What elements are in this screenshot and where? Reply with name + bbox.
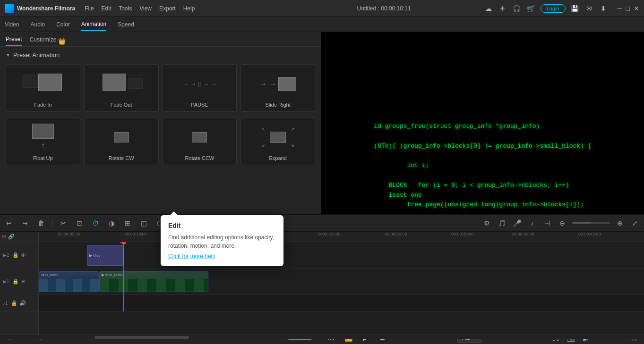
track-clip-1b[interactable]: ▶ MVI_0069 — [99, 271, 208, 292]
timeline-toolbar: ↩ ↪ 🗑 ✂ ⊡ ⏱ ◑ ⊞ ◫ ⬡ ≡ ≋ ⚙ 🎵 🎤 ♪ ⊣ ⊖ ⊕ ⤢ — [0, 215, 644, 232]
track-1a-lock[interactable]: 🔒 — [11, 300, 17, 306]
crop-button[interactable]: ⊡ — [74, 218, 85, 228]
track-1v-num: ▶1 — [3, 279, 9, 284]
animation-card-rotate-ccw[interactable]: ↺ Rotate CCW — [163, 117, 237, 165]
sub-tab-customize[interactable]: Customize — [30, 36, 57, 46]
animation-card-slide-right[interactable]: → → Slide Right — [240, 64, 315, 112]
premium-crown-icon: 👑 — [58, 38, 66, 45]
animation-card-pause[interactable]: → → || → → PAUSE — [163, 64, 237, 112]
tab-color[interactable]: Color — [56, 18, 70, 31]
animation-card-fade-in[interactable]: Fade In — [6, 64, 80, 112]
playhead-top — [121, 242, 126, 244]
toolbar-separator-1 — [52, 219, 52, 227]
sun-icon[interactable]: ☀ — [498, 4, 507, 13]
plus-icon[interactable]: ⊕ — [615, 218, 625, 228]
save-icon[interactable]: 💾 — [570, 4, 580, 13]
menu-file[interactable]: File — [85, 5, 94, 12]
track-label-1-audio: ♪1 🔒 🔊 — [0, 295, 38, 312]
track-1v-eye[interactable]: 👁 — [21, 279, 26, 285]
animation-card-fade-out[interactable]: Fade Out — [84, 64, 159, 112]
zoom-slider[interactable] — [572, 222, 610, 224]
menu-view[interactable]: View — [139, 5, 152, 12]
tab-audio[interactable]: Audio — [30, 18, 45, 31]
sub-tab-preset[interactable]: Preset — [6, 36, 22, 46]
cut-button[interactable]: ✂ — [58, 218, 69, 228]
maximize-button[interactable]: □ — [626, 5, 630, 12]
timeline-content: ⊞ 🔗 ▶2 🔒 👁 ▶1 🔒 👁 ♪1 🔒 🔊 — [0, 232, 644, 335]
redo-button[interactable]: ↪ — [20, 218, 30, 228]
split-icon[interactable]: ⊣ — [542, 218, 552, 228]
ruler-spacer: ⊞ 🔗 — [0, 232, 38, 242]
h-scrollbar-thumb[interactable] — [94, 336, 189, 339]
login-button[interactable]: Login — [541, 4, 566, 13]
timeline-ruler: 00:00:05:00 00:00:10:00 00:00:15:00 00:0… — [39, 232, 644, 242]
ruler-mark-5: 00:00:05:00 — [58, 232, 80, 236]
titlebar: Wondershare Filmora File Edit Tools View… — [0, 0, 644, 17]
tooltip-link[interactable]: Click for more help — [168, 253, 215, 260]
expand-timeline-icon[interactable]: ⤢ — [630, 218, 640, 228]
float-up-thumb: ↑ — [19, 122, 67, 152]
tab-animation[interactable]: Animation — [81, 18, 106, 31]
timer-button[interactable]: ⏱ — [90, 218, 101, 228]
logo-icon — [5, 4, 14, 13]
clip-2-label: V.co — [93, 253, 100, 258]
animation-card-float-up[interactable]: ↑ Float Up — [6, 117, 80, 165]
fade-out-thumb — [98, 68, 145, 99]
headset-icon[interactable]: 🎧 — [512, 4, 522, 13]
fade-in-label: Fade In — [34, 102, 52, 108]
track-row-2: ▶ V.co ✂ — [39, 242, 644, 268]
expand-thumb: ↖ ↗ ↙ ↘ — [254, 122, 301, 152]
animation-grid-row1: Fade In Fade Out → — [6, 64, 315, 112]
effect-button[interactable]: ◑ — [106, 218, 117, 228]
track-label-2: ▶2 🔒 👁 — [0, 242, 38, 268]
track-2-lock[interactable]: 🔒 — [12, 252, 19, 258]
menu-bar: File Edit Tools View Export Help — [85, 5, 284, 12]
tab-video[interactable]: Video — [5, 18, 19, 31]
minus-icon[interactable]: ⊖ — [557, 218, 567, 228]
audio-wave-icon[interactable]: 🎵 — [497, 218, 507, 228]
track-2-eye[interactable]: 👁 — [21, 252, 26, 258]
cart-icon[interactable]: 🛒 — [526, 4, 536, 13]
track-1v-lock[interactable]: 🔒 — [12, 278, 19, 285]
chevron-down-icon[interactable]: ▼ — [6, 52, 10, 58]
menu-tools[interactable]: Tools — [119, 5, 132, 12]
mail-icon[interactable]: ✉ — [584, 4, 594, 13]
toolbar-right: ⚙ 🎵 🎤 ♪ ⊣ ⊖ ⊕ ⤢ — [481, 218, 640, 228]
tooltip-popup: Edit Find additional editing options lik… — [161, 215, 283, 266]
slide-right-thumb: → → — [254, 68, 301, 99]
ruler-content: 00:00:05:00 00:00:10:00 00:00:15:00 00:0… — [39, 232, 644, 241]
mic-icon[interactable]: 🎤 — [512, 218, 522, 228]
add-track-icon[interactable]: ⊞ — [2, 234, 6, 240]
menu-help[interactable]: Help — [183, 5, 195, 12]
download-icon[interactable]: ⬇ — [599, 4, 608, 13]
ruler-mark-45: 00:00:45:00 — [578, 232, 601, 236]
ruler-mark-40: 00:00:40:00 — [512, 232, 534, 236]
titlebar-right: ☁ ☀ 🎧 🛒 Login 💾 ✉ ⬇ ─ □ ✕ — [484, 4, 639, 13]
animation-card-expand[interactable]: ↖ ↗ ↙ ↘ Expand — [240, 117, 315, 165]
transition-button[interactable]: ⊞ — [122, 218, 133, 228]
tab-speed[interactable]: Speed — [118, 18, 134, 31]
minimize-button[interactable]: ─ — [618, 5, 622, 12]
menu-edit[interactable]: Edit — [101, 5, 111, 12]
track-clip-2[interactable]: ▶ V.co — [87, 245, 123, 266]
close-button[interactable]: ✕ — [634, 5, 639, 12]
delete-button[interactable]: 🗑 — [36, 218, 46, 228]
track-clip-1a[interactable]: MVI_0093 — [39, 271, 99, 292]
track-1a-num: ♪1 — [3, 301, 8, 306]
link-icon[interactable]: 🔗 — [8, 234, 15, 240]
cloud-icon[interactable]: ☁ — [484, 4, 493, 13]
rotate-cw-thumb: ↻ — [98, 122, 145, 152]
float-up-label: Float Up — [33, 155, 53, 161]
ruler-mark-25: 00:00:25:00 — [318, 232, 341, 236]
title-button[interactable]: ◫ — [138, 218, 149, 228]
ruler-mark-10: 00:00:10:00 — [124, 232, 147, 236]
track-1a-vol[interactable]: 🔊 — [19, 300, 26, 306]
animation-card-rotate-cw[interactable]: ↻ Rotate CW — [84, 117, 159, 165]
rotate-ccw-label: Rotate CCW — [185, 155, 215, 161]
menu-export[interactable]: Export — [159, 5, 176, 12]
settings-icon[interactable]: ⚙ — [481, 218, 492, 228]
music-icon[interactable]: ♪ — [527, 218, 537, 228]
pause-thumb: → → || → → — [176, 68, 223, 99]
undo-button[interactable]: ↩ — [4, 218, 14, 228]
fade-out-label: Fade Out — [111, 102, 132, 108]
